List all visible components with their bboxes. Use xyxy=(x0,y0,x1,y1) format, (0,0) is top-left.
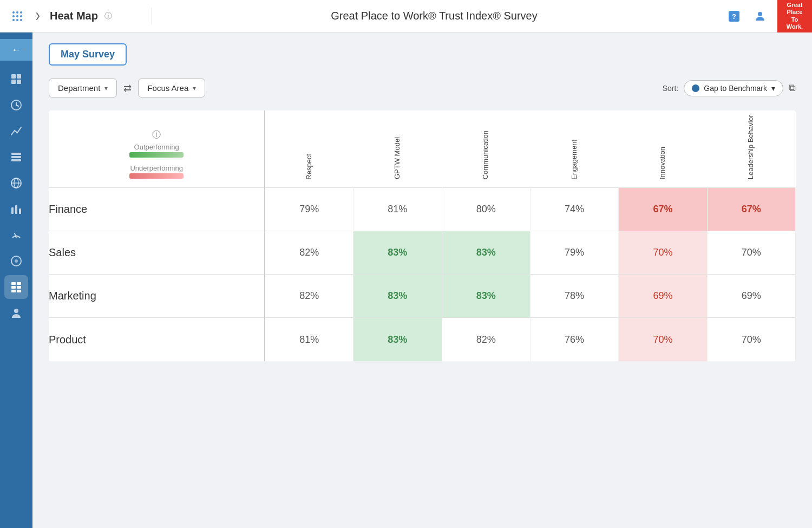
svg-rect-36 xyxy=(17,290,21,292)
svg-point-30 xyxy=(15,259,18,263)
data-cell[interactable]: 70% xyxy=(619,231,707,275)
sort-area: Sort: Gap to Benchmark ▾ ⧉ xyxy=(663,80,796,96)
focus-area-dropdown[interactable]: Focus Area ▾ xyxy=(138,79,205,97)
department-chevron-icon: ▾ xyxy=(104,84,108,92)
data-cell[interactable]: 83% xyxy=(353,275,442,318)
outperforming-bar xyxy=(129,152,184,158)
sidebar-item-clock[interactable] xyxy=(4,93,28,117)
data-cell[interactable]: 70% xyxy=(619,318,707,361)
top-bar-right: ? xyxy=(717,8,777,25)
svg-point-8 xyxy=(20,19,22,21)
sidebar-item-compass[interactable] xyxy=(4,249,28,273)
svg-rect-15 xyxy=(17,80,21,84)
legend-info-icon: ⓘ xyxy=(60,129,253,141)
data-cell[interactable]: 83% xyxy=(442,275,530,318)
svg-rect-33 xyxy=(11,286,16,289)
table-row: Finance79%81%80%74%67%67% xyxy=(49,188,796,231)
underperforming-bar xyxy=(129,173,184,179)
outperforming-label: Outperforming xyxy=(60,143,253,151)
data-cell[interactable]: 70% xyxy=(707,231,795,275)
grid-icon[interactable] xyxy=(9,8,26,25)
survey-selector[interactable]: May Survey xyxy=(49,43,127,66)
data-cell[interactable]: 78% xyxy=(530,275,618,318)
data-cell[interactable]: 76% xyxy=(530,318,618,361)
dept-name-marketing: Marketing xyxy=(49,275,265,318)
svg-line-18 xyxy=(16,105,18,106)
survey-label: May Survey xyxy=(61,49,115,60)
help-icon[interactable]: ? xyxy=(725,8,743,25)
sort-dropdown[interactable]: Gap to Benchmark ▾ xyxy=(684,80,783,96)
data-cell[interactable]: 79% xyxy=(265,188,353,231)
sort-dot-icon xyxy=(692,84,699,92)
data-cell[interactable]: 81% xyxy=(265,318,353,361)
data-cell[interactable]: 82% xyxy=(265,231,353,275)
sidebar-item-equalizer[interactable] xyxy=(4,197,28,221)
data-cell[interactable]: 80% xyxy=(442,188,530,231)
data-cell[interactable]: 82% xyxy=(442,318,530,361)
data-cell[interactable]: 70% xyxy=(707,318,795,361)
legend-outperforming: Outperforming xyxy=(60,143,253,158)
filter-icon[interactable]: ⧉ xyxy=(789,82,796,94)
sidebar-back-button[interactable]: ← xyxy=(0,39,32,61)
header-info-icon[interactable]: ⓘ xyxy=(104,11,112,21)
svg-point-11 xyxy=(758,12,762,16)
data-cell[interactable]: 81% xyxy=(353,188,442,231)
table-row: Product81%83%82%76%70%70% xyxy=(49,318,796,361)
focus-area-label: Focus Area xyxy=(147,83,188,93)
col-header-respect: Respect xyxy=(265,110,353,188)
svg-point-3 xyxy=(12,15,15,17)
data-cell[interactable]: 82% xyxy=(265,275,353,318)
heatmap-table-wrapper: ⓘ Outperforming Underperforming xyxy=(49,110,796,361)
focus-area-chevron-icon: ▾ xyxy=(193,84,196,92)
svg-point-2 xyxy=(20,11,22,14)
sidebar-item-heatmap[interactable] xyxy=(4,275,28,299)
swap-icon[interactable]: ⇄ xyxy=(123,82,132,94)
col-header-gptw: GPTW Model xyxy=(353,110,442,188)
sidebar-item-chart[interactable] xyxy=(4,119,28,143)
data-cell[interactable]: 83% xyxy=(353,231,442,275)
expand-icon[interactable] xyxy=(32,11,43,22)
col-header-gptw-text: GPTW Model xyxy=(393,137,402,179)
sidebar-item-dashboard[interactable] xyxy=(4,67,28,91)
data-cell[interactable]: 74% xyxy=(530,188,618,231)
svg-rect-27 xyxy=(19,208,21,214)
col-header-innovation: Innovation xyxy=(619,110,707,188)
dept-name-sales: Sales xyxy=(49,231,265,275)
content-area: May Survey Department ▾ ⇄ Focus Area ▾ S… xyxy=(32,32,812,528)
data-cell[interactable]: 69% xyxy=(619,275,707,318)
user-icon[interactable] xyxy=(751,8,769,25)
svg-rect-34 xyxy=(17,286,21,289)
svg-point-7 xyxy=(16,19,18,21)
col-header-innovation-text: Innovation xyxy=(658,147,667,179)
data-cell[interactable]: 67% xyxy=(707,188,795,231)
svg-rect-12 xyxy=(11,74,16,79)
svg-rect-13 xyxy=(17,74,21,79)
sidebar-item-gauge[interactable] xyxy=(4,223,28,247)
legend-underperforming: Underperforming xyxy=(60,164,253,179)
data-cell[interactable]: 67% xyxy=(619,188,707,231)
main-layout: ← M xyxy=(0,32,812,528)
sort-chevron-icon: ▾ xyxy=(771,84,775,93)
sidebar-item-globe[interactable] xyxy=(4,171,28,195)
table-row: Sales82%83%83%79%70%70% xyxy=(49,231,796,275)
department-dropdown[interactable]: Department ▾ xyxy=(49,79,117,97)
data-cell[interactable]: 79% xyxy=(530,231,618,275)
sidebar: ← xyxy=(0,32,32,528)
data-cell[interactable]: 83% xyxy=(442,231,530,275)
svg-rect-19 xyxy=(11,153,21,155)
svg-point-0 xyxy=(12,11,15,14)
data-cell[interactable]: 83% xyxy=(353,318,442,361)
svg-rect-26 xyxy=(15,205,17,214)
svg-text:?: ? xyxy=(732,12,736,21)
heatmap-table: ⓘ Outperforming Underperforming xyxy=(49,110,796,361)
svg-point-1 xyxy=(16,11,18,14)
col-header-communication-text: Communication xyxy=(481,131,490,179)
sidebar-item-list[interactable] xyxy=(4,145,28,169)
col-header-leadership-text: Leadership Behavior xyxy=(746,115,756,179)
underperforming-label: Underperforming xyxy=(60,164,253,172)
data-cell[interactable]: 69% xyxy=(707,275,795,318)
sidebar-item-person[interactable] xyxy=(4,301,28,325)
top-bar-left: Heat Map ⓘ xyxy=(0,8,152,25)
col-header-respect-text: Respect xyxy=(305,154,314,180)
top-bar: Heat Map ⓘ Great Place to Work® Trust In… xyxy=(0,0,812,32)
